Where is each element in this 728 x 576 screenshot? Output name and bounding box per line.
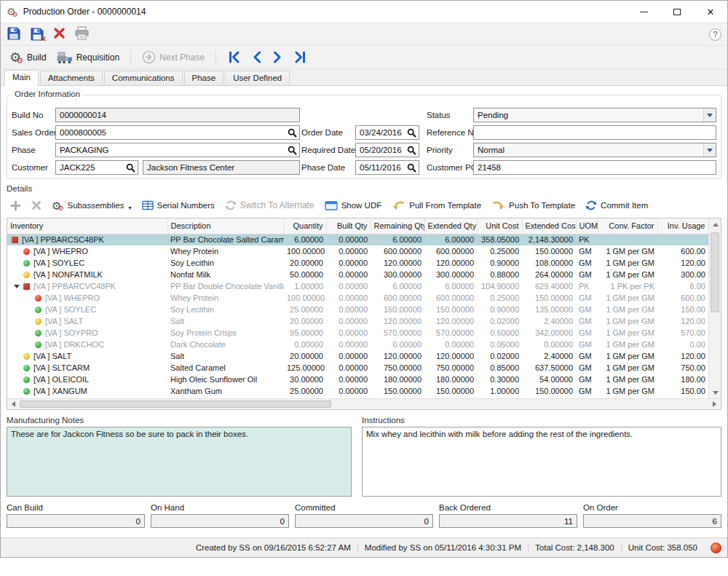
expand-chevron-icon[interactable] (14, 285, 20, 288)
search-icon[interactable] (407, 128, 416, 138)
search-icon[interactable] (288, 146, 297, 155)
table-row[interactable]: [VA ] DRKCHOCDark Chocolate0.000000.0000… (7, 339, 708, 350)
commit-item-button[interactable]: Commit Item (582, 198, 652, 213)
cell-quantity: 1.00000 (284, 280, 326, 292)
column-header-built-qty[interactable]: Built Qty (326, 218, 371, 234)
instructions-textarea[interactable]: Mix whey and lecithin with milk before a… (362, 427, 721, 497)
table-row[interactable]: [VA ] SALTSalt20.000000.00000120.0000012… (7, 315, 708, 327)
add-line-button[interactable] (7, 199, 25, 213)
status-dropdown[interactable]: Pending (473, 108, 716, 122)
column-header-inventory[interactable]: Inventory (7, 218, 167, 234)
requisition-icon (57, 51, 73, 64)
status-circle-yellow-icon (35, 318, 41, 325)
table-row[interactable]: [VA ] PPBARCVC48PKPP Bar Double Chocolat… (7, 280, 708, 292)
required-date-field[interactable] (355, 143, 419, 157)
status-circle-green-icon (35, 307, 41, 313)
chevron-down-icon[interactable] (703, 143, 716, 157)
previous-record-button[interactable] (248, 50, 265, 65)
table-row[interactable]: [VA ] OLEICOILHigh Oleic Sunflower Oil30… (7, 374, 708, 385)
column-header-extended-qty[interactable]: Extended Qty (424, 218, 477, 234)
column-header-description[interactable]: Description (167, 218, 284, 234)
minimize-button[interactable] (627, 1, 660, 23)
last-record-button[interactable] (290, 50, 310, 65)
table-row[interactable]: [VA ] SOYLECSoy Lecithin25.000000.000001… (7, 304, 708, 315)
customer-po-field[interactable] (473, 160, 716, 175)
help-button[interactable]: ? (709, 28, 721, 41)
required-date-input[interactable] (358, 146, 407, 154)
priority-dropdown[interactable]: Normal (473, 143, 716, 157)
order-date-input[interactable] (358, 128, 407, 137)
save-button[interactable] (7, 26, 21, 43)
column-header-conv-factor[interactable]: Conv. Factor (598, 218, 657, 234)
column-header-quantity[interactable]: Quantity (284, 218, 326, 234)
tab-attachments[interactable]: Attachments (40, 71, 103, 85)
column-header-unit-cost[interactable]: Unit Cost (477, 218, 522, 234)
cell-unit-cost: 0.88000 (477, 269, 522, 280)
table-row[interactable]: [VA ] WHEPROWhey Protein100.000000.00000… (7, 292, 708, 304)
next-record-button[interactable] (269, 50, 286, 65)
search-icon[interactable] (407, 163, 416, 173)
chevron-down-icon[interactable] (703, 109, 716, 122)
build-button[interactable]: ⚙⚙ Build (7, 50, 50, 66)
search-icon[interactable] (126, 163, 135, 173)
subassemblies-button[interactable]: ⚙⚙ Subassemblies ▾ (48, 199, 135, 213)
cell-built-qty: 0.00000 (326, 339, 371, 350)
first-record-button[interactable] (224, 50, 244, 65)
column-header-inv-usage[interactable]: Inv. Usage (657, 218, 708, 234)
close-button[interactable]: ✕ (694, 1, 727, 23)
vertical-scrollbar[interactable] (708, 218, 721, 398)
tab-main[interactable]: Main (4, 70, 39, 86)
order-date-field[interactable] (355, 125, 419, 140)
search-icon[interactable] (288, 128, 297, 138)
phase-input[interactable] (58, 146, 288, 154)
phase-field[interactable] (55, 143, 300, 157)
scroll-right-icon[interactable] (713, 401, 716, 407)
save-close-button[interactable]: ✕ (30, 27, 44, 42)
table-row[interactable]: [VA ] PPBARCSC48PKPP Bar Chocolate Salte… (7, 234, 708, 245)
tab-user-defined[interactable]: User Defined (225, 71, 290, 85)
requisition-button[interactable]: Requisition (54, 50, 122, 66)
table-row[interactable]: [VA ] NONFATMILKNonfat Milk50.000000.000… (7, 269, 708, 280)
print-button[interactable] (74, 26, 90, 43)
search-icon[interactable] (407, 146, 416, 155)
column-header-extended-cost[interactable]: Extended Cost (522, 218, 576, 234)
cell-extended-qty: 120.00000 (424, 350, 477, 362)
phase-date-field[interactable] (355, 160, 419, 175)
table-row[interactable]: [VA ] SOYPROSoy Protein Crisps95.000000.… (7, 327, 708, 339)
pull-from-template-button[interactable]: Pull From Template (388, 199, 485, 213)
table-row[interactable]: [VA ] SOYLECSoy Lecithin20.000000.000001… (7, 257, 708, 269)
tab-phase[interactable]: Phase (184, 71, 224, 85)
table-row[interactable]: [VA ] SALTSalt20.000000.00000120.0000012… (7, 350, 708, 362)
sales-order-input[interactable] (58, 128, 288, 137)
scroll-up-icon[interactable] (713, 223, 719, 226)
delete-button[interactable] (53, 27, 66, 42)
tab-communications[interactable]: Communications (104, 71, 183, 85)
table-row[interactable]: [VA ] SLTCARMSalted Caramel125.000000.00… (7, 362, 708, 374)
customer-input[interactable] (58, 163, 126, 172)
show-udf-button[interactable]: Show UDF (321, 200, 386, 212)
push-to-template-button[interactable]: Push To Template (488, 199, 579, 213)
column-header-remaining-qty[interactable]: Remaining Qty (371, 218, 424, 234)
scroll-left-icon[interactable] (12, 401, 15, 407)
reference-no-input[interactable] (476, 128, 713, 137)
customer-field[interactable] (55, 160, 138, 175)
manufacturing-notes-textarea[interactable]: These are for Jackcon Fitness so be sure… (7, 427, 352, 497)
table-row[interactable]: [VA ] XANGUMXantham Gum25.000000.0000015… (7, 385, 708, 397)
vertical-scroll-thumb[interactable] (711, 232, 719, 312)
switch-to-alternate-button[interactable]: Switch To Alternate (221, 198, 318, 213)
scroll-down-icon[interactable] (713, 391, 719, 395)
customer-po-input[interactable] (476, 163, 713, 172)
total-can-build: Can Build0 (7, 503, 145, 528)
phase-date-input[interactable] (358, 163, 407, 172)
horizontal-scrollbar[interactable] (7, 398, 721, 409)
horizontal-scroll-thumb[interactable] (20, 401, 331, 408)
table-row[interactable]: [VA ] WHEPROWhey Protein100.000000.00000… (7, 245, 708, 257)
delete-line-button[interactable] (28, 199, 45, 212)
column-header-uom[interactable]: UOM (576, 218, 598, 234)
next-phase-button[interactable]: Next Phase (139, 49, 207, 66)
reference-no-field[interactable] (473, 125, 716, 140)
sales-order-field[interactable] (55, 125, 300, 140)
cell-conv-factor: 1 GM per GM (598, 327, 657, 339)
serial-numbers-button[interactable]: Serial Numbers (138, 199, 218, 212)
maximize-button[interactable] (660, 1, 694, 23)
